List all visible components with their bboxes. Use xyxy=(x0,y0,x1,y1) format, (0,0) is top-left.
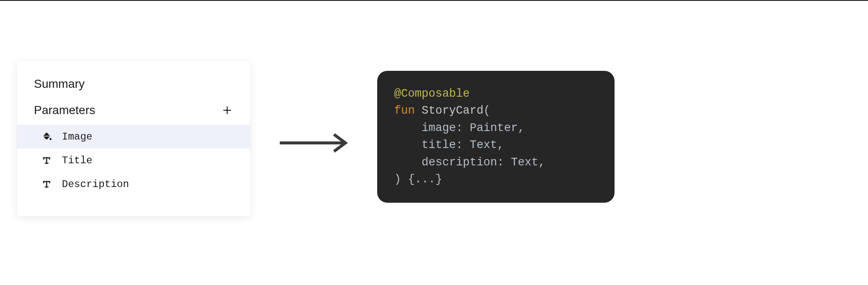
properties-panel: Summary Parameters Image xyxy=(17,61,250,216)
parameter-label: Image xyxy=(62,131,92,142)
code-param-type: Text xyxy=(470,139,497,151)
text-type-icon xyxy=(41,178,53,190)
parameter-row-image[interactable]: Image xyxy=(17,125,250,148)
arrow-right-icon xyxy=(275,130,352,156)
add-parameter-button[interactable] xyxy=(221,104,233,116)
parameter-label: Title xyxy=(62,155,92,166)
parameter-row-title[interactable]: Title xyxy=(17,148,250,172)
code-keyword-fun: fun xyxy=(394,104,415,117)
code-preview: @Composable fun StoryCard( image: Painte… xyxy=(377,71,615,203)
parameter-label: Description xyxy=(62,179,129,190)
summary-heading: Summary xyxy=(17,77,250,91)
code-function-name: StoryCard xyxy=(422,104,484,117)
parameters-heading: Parameters xyxy=(34,103,95,117)
code-param-type: Painter xyxy=(470,122,517,134)
parameter-row-description[interactable]: Description xyxy=(17,172,250,196)
code-param-name: image xyxy=(422,122,456,134)
code-body-placeholder: {...} xyxy=(408,173,442,186)
code-param-name: description xyxy=(422,156,497,169)
code-annotation: @Composable xyxy=(394,87,470,100)
code-param-type: Text xyxy=(511,156,538,169)
code-param-name: title xyxy=(422,139,456,151)
fill-bucket-icon xyxy=(41,131,53,142)
parameters-header: Parameters xyxy=(17,103,250,117)
text-type-icon xyxy=(41,154,53,166)
svg-point-3 xyxy=(50,138,52,140)
